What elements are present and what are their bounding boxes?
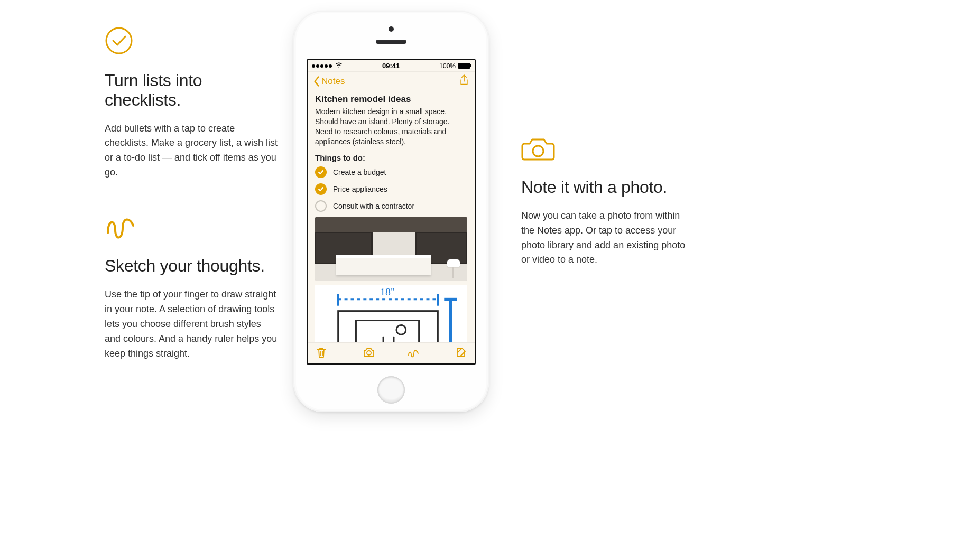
svg-point-12 — [367, 351, 371, 355]
note-content: Kitchen remodel ideas Modern kitchen des… — [308, 91, 475, 212]
note-toolbar — [308, 342, 475, 363]
trash-button[interactable] — [315, 346, 328, 361]
back-button[interactable]: Notes — [313, 76, 345, 87]
phone-screen: 09:41 100% Notes — [307, 59, 476, 365]
chevron-left-icon — [313, 76, 320, 87]
note-subhead: Things to do: — [315, 153, 467, 162]
checkbox-checked-icon[interactable] — [315, 183, 327, 195]
wifi-icon — [335, 61, 343, 70]
checklist-label: Create a budget — [333, 168, 386, 176]
note-title: Kitchen remodel ideas — [315, 94, 467, 105]
status-bar: 09:41 100% — [308, 60, 475, 72]
camera-icon — [363, 346, 375, 359]
squiggle-icon — [105, 212, 136, 240]
share-button[interactable] — [459, 74, 469, 89]
checklist-label: Consult with a contractor — [333, 202, 414, 210]
svg-point-0 — [106, 28, 132, 53]
sketch-button[interactable] — [407, 346, 420, 361]
feature-title: Note it with a photo. — [521, 178, 696, 197]
camera-icon — [521, 136, 555, 162]
compose-icon — [455, 346, 467, 359]
camera-button[interactable] — [363, 346, 375, 361]
status-time: 09:41 — [382, 62, 400, 70]
svg-rect-7 — [338, 311, 438, 346]
feature-checklists: Turn lists into checklists. Add bullets … — [105, 26, 279, 180]
check-circle-icon — [105, 26, 133, 55]
svg-rect-8 — [356, 320, 419, 346]
nav-bar: Notes — [308, 72, 475, 91]
feature-photo: Note it with a photo. Now you can take a… — [521, 136, 696, 267]
checklist-item[interactable]: Consult with a contractor — [315, 200, 467, 212]
note-sketch[interactable]: 18" — [315, 285, 467, 346]
trash-icon — [315, 346, 328, 359]
checkbox-checked-icon[interactable] — [315, 166, 327, 178]
phone-mockup: 09:41 100% Notes — [293, 11, 489, 412]
battery-percent: 100% — [439, 62, 456, 70]
svg-point-1 — [533, 146, 543, 156]
battery-icon — [458, 63, 470, 69]
phone-camera-dot — [389, 26, 394, 32]
note-body: Modern kitchen design in a small space. … — [315, 107, 467, 147]
sketch-dimension-label: 18" — [380, 285, 395, 297]
feature-body: Use the tip of your finger to draw strai… — [105, 287, 279, 361]
squiggle-icon — [407, 346, 420, 359]
compose-button[interactable] — [455, 346, 467, 361]
signal-icon — [312, 64, 332, 68]
checkbox-unchecked-icon[interactable] — [315, 200, 327, 212]
note-photo-kitchen[interactable] — [315, 217, 467, 281]
svg-point-9 — [396, 325, 406, 334]
checklist-item[interactable]: Create a budget — [315, 166, 467, 178]
feature-sketch: Sketch your thoughts. Use the tip of you… — [105, 212, 279, 361]
phone-home-button[interactable] — [377, 376, 405, 404]
feature-title: Sketch your thoughts. — [105, 256, 279, 276]
share-icon — [459, 74, 469, 87]
phone-speaker — [376, 40, 406, 44]
feature-body: Now you can take a photo from within the… — [521, 209, 696, 268]
checklist-label: Price appliances — [333, 185, 387, 193]
back-label: Notes — [321, 76, 345, 87]
checklist: Create a budget Price appliances Consult… — [315, 166, 467, 212]
checklist-item[interactable]: Price appliances — [315, 183, 467, 195]
battery-indicator: 100% — [439, 62, 470, 70]
feature-title: Turn lists into checklists. — [105, 71, 279, 110]
feature-body: Add bullets with a tap to create checkli… — [105, 122, 279, 181]
